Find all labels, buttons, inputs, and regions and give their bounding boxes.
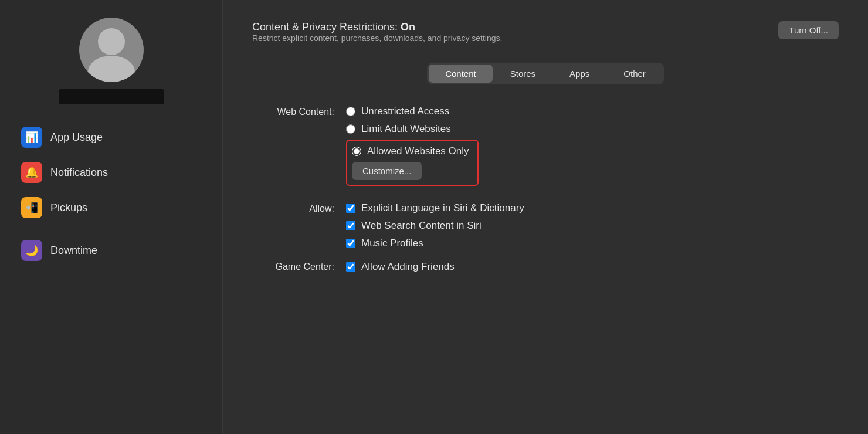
sidebar: 📊 App Usage 🔔 Notifications 📲 Pickups 🌙 …	[0, 0, 223, 434]
downtime-icon: 🌙	[21, 240, 42, 261]
game-center-section: Game Center: Allow Adding Friends	[252, 261, 839, 273]
allow-section: Allow: Explicit Language in Siri & Dicti…	[252, 202, 839, 232]
radio-unrestricted[interactable]: Unrestricted Access	[346, 106, 479, 117]
radio-allowed-only-label: Allowed Websites Only	[367, 145, 469, 157]
avatar	[79, 18, 144, 82]
header-title-prefix: Content & Privacy Restrictions:	[252, 21, 401, 33]
sidebar-label-pickups: Pickups	[50, 202, 87, 214]
allow-checkbox-group: Explicit Language in Siri & Dictionary W…	[346, 202, 524, 232]
notifications-icon: 🔔	[21, 162, 42, 183]
sidebar-label-app-usage: App Usage	[50, 131, 103, 144]
turn-off-button[interactable]: Turn Off...	[778, 21, 839, 39]
checkbox-web-search[interactable]: Web Search Content in Siri	[346, 220, 524, 232]
allow-label: Allow:	[252, 202, 334, 214]
checkbox-music-profiles[interactable]: Music Profiles	[346, 238, 423, 249]
checkbox-explicit-language-label: Explicit Language in Siri & Dictionary	[361, 202, 524, 214]
header-title: Content & Privacy Restrictions: On Restr…	[252, 21, 502, 59]
main-content: Content & Privacy Restrictions: On Restr…	[223, 0, 868, 434]
radio-unrestricted-label: Unrestricted Access	[361, 106, 449, 117]
sidebar-item-downtime[interactable]: 🌙 Downtime	[12, 234, 211, 267]
radio-allowed-only-input[interactable]	[352, 147, 361, 156]
checkbox-music-profiles-input[interactable]	[346, 239, 355, 248]
checkbox-web-search-label: Web Search Content in Siri	[361, 220, 482, 232]
music-profiles-row: Music Profiles	[252, 238, 839, 249]
allowed-websites-highlight-box: Allowed Websites Only Customize...	[346, 140, 479, 186]
radio-unrestricted-input[interactable]	[346, 107, 355, 116]
checkbox-allow-friends-label: Allow Adding Friends	[361, 261, 455, 273]
avatar-head	[98, 28, 125, 55]
header-row: Content & Privacy Restrictions: On Restr…	[252, 21, 839, 59]
radio-limit-adult-input[interactable]	[346, 124, 355, 134]
radio-limit-adult[interactable]: Limit Adult Websites	[346, 123, 479, 135]
user-name-bar	[59, 89, 164, 104]
sidebar-label-notifications: Notifications	[50, 167, 108, 179]
tab-other[interactable]: Other	[607, 65, 662, 83]
pickups-icon: 📲	[21, 197, 42, 218]
sidebar-item-notifications[interactable]: 🔔 Notifications	[12, 156, 211, 189]
sidebar-item-pickups[interactable]: 📲 Pickups	[12, 191, 211, 224]
checkbox-allow-friends[interactable]: Allow Adding Friends	[346, 261, 455, 273]
header-title-text: Content & Privacy Restrictions: On	[252, 21, 502, 33]
checkbox-web-search-input[interactable]	[346, 221, 355, 230]
web-content-label: Web Content:	[252, 106, 334, 117]
radio-limit-adult-label: Limit Adult Websites	[361, 123, 451, 135]
tab-apps[interactable]: Apps	[553, 65, 606, 83]
app-usage-icon: 📊	[21, 127, 42, 148]
web-content-radio-group: Unrestricted Access Limit Adult Websites…	[346, 106, 479, 186]
checkbox-explicit-language[interactable]: Explicit Language in Siri & Dictionary	[346, 202, 524, 214]
header-subtitle: Restrict explicit content, purchases, do…	[252, 33, 502, 43]
sidebar-item-app-usage[interactable]: 📊 App Usage	[12, 121, 211, 154]
header-status: On	[401, 21, 415, 33]
game-center-label: Game Center:	[252, 262, 334, 272]
radio-allowed-only[interactable]: Allowed Websites Only	[352, 145, 469, 157]
checkbox-explicit-language-input[interactable]	[346, 204, 355, 213]
tabs-container: Content Stores Apps Other	[427, 63, 664, 84]
avatar-container	[59, 18, 164, 104]
tabs-row: Content Stores Apps Other	[252, 63, 839, 84]
checkbox-music-profiles-label: Music Profiles	[361, 238, 423, 249]
sidebar-divider	[21, 229, 201, 229]
customize-button[interactable]: Customize...	[352, 162, 422, 180]
checkbox-allow-friends-input[interactable]	[346, 262, 355, 272]
sidebar-nav: 📊 App Usage 🔔 Notifications 📲 Pickups 🌙 …	[0, 121, 222, 269]
tab-stores[interactable]: Stores	[494, 65, 552, 83]
tab-content[interactable]: Content	[429, 65, 493, 83]
avatar-body	[88, 56, 135, 82]
web-content-section: Web Content: Unrestricted Access Limit A…	[252, 106, 839, 186]
sidebar-label-downtime: Downtime	[50, 245, 97, 257]
